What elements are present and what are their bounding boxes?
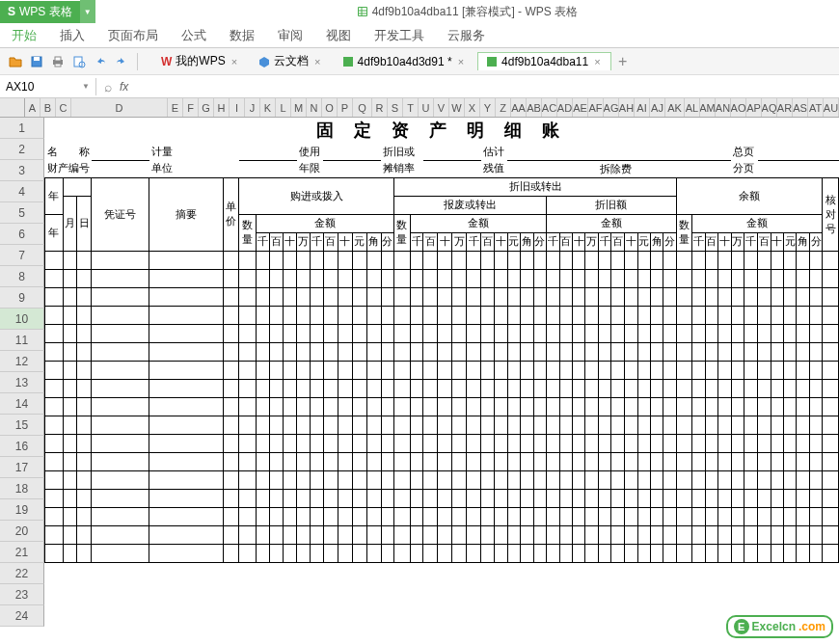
- data-cell[interactable]: [223, 470, 238, 489]
- data-cell[interactable]: [650, 306, 663, 324]
- data-cell[interactable]: [547, 507, 559, 525]
- data-cell[interactable]: [410, 489, 423, 507]
- row-header-10[interactable]: 10: [0, 309, 44, 330]
- data-cell[interactable]: [637, 251, 650, 269]
- data-cell[interactable]: [92, 269, 149, 287]
- data-cell[interactable]: [63, 416, 77, 434]
- row-header-22[interactable]: 22: [0, 563, 44, 584]
- data-cell[interactable]: [452, 287, 467, 306]
- data-cell[interactable]: [410, 470, 423, 489]
- data-cell[interactable]: [718, 416, 731, 434]
- data-cell[interactable]: [494, 507, 507, 525]
- data-cell[interactable]: [438, 507, 452, 525]
- data-cell[interactable]: [650, 251, 663, 269]
- data-cell[interactable]: [637, 342, 650, 361]
- data-cell[interactable]: [77, 324, 92, 342]
- data-cell[interactable]: [758, 269, 771, 287]
- data-cell[interactable]: [270, 434, 284, 452]
- data-cell[interactable]: [239, 324, 257, 342]
- data-cell[interactable]: [438, 251, 452, 269]
- data-cell[interactable]: [323, 452, 338, 470]
- data-cell[interactable]: [92, 324, 149, 342]
- data-cell[interactable]: [239, 507, 257, 525]
- data-cell[interactable]: [45, 507, 64, 525]
- data-cell[interactable]: [149, 507, 224, 525]
- data-cell[interactable]: [352, 544, 366, 562]
- data-cell[interactable]: [718, 306, 731, 324]
- data-cell[interactable]: [352, 507, 366, 525]
- data-cell[interactable]: [731, 397, 744, 416]
- data-cell[interactable]: [758, 361, 771, 379]
- col-header-N[interactable]: N: [307, 98, 322, 117]
- data-cell[interactable]: [823, 507, 839, 525]
- data-cell[interactable]: [559, 379, 572, 397]
- data-cell[interactable]: [705, 361, 717, 379]
- data-cell[interactable]: [149, 251, 224, 269]
- data-cell[interactable]: [663, 251, 676, 269]
- data-cell[interactable]: [521, 379, 533, 397]
- data-cell[interactable]: [663, 434, 676, 452]
- data-cell[interactable]: [223, 361, 238, 379]
- data-cell[interactable]: [744, 251, 758, 269]
- data-cell[interactable]: [637, 269, 650, 287]
- data-cell[interactable]: [624, 379, 637, 397]
- data-cell[interactable]: [718, 525, 731, 544]
- col-header-X[interactable]: X: [465, 98, 480, 117]
- data-cell[interactable]: [394, 452, 411, 470]
- data-cell[interactable]: [410, 269, 423, 287]
- data-cell[interactable]: [783, 361, 796, 379]
- menu-view[interactable]: 视图: [326, 27, 351, 44]
- data-cell[interactable]: [452, 324, 467, 342]
- data-cell[interactable]: [149, 434, 224, 452]
- data-cell[interactable]: [731, 251, 744, 269]
- row-header-24[interactable]: 24: [0, 605, 44, 627]
- data-cell[interactable]: [718, 342, 731, 361]
- data-cell[interactable]: [284, 361, 297, 379]
- data-cell[interactable]: [823, 452, 839, 470]
- data-cell[interactable]: [547, 361, 559, 379]
- data-cell[interactable]: [452, 416, 467, 434]
- data-cell[interactable]: [494, 397, 507, 416]
- data-cell[interactable]: [771, 251, 783, 269]
- data-cell[interactable]: [637, 507, 650, 525]
- data-cell[interactable]: [239, 269, 257, 287]
- data-cell[interactable]: [410, 397, 423, 416]
- data-cell[interactable]: [394, 361, 411, 379]
- data-cell[interactable]: [507, 434, 520, 452]
- data-cell[interactable]: [63, 324, 77, 342]
- col-header-AA[interactable]: AA: [511, 98, 527, 117]
- col-header-AK[interactable]: AK: [665, 98, 685, 117]
- data-cell[interactable]: [381, 361, 394, 379]
- data-cell[interactable]: [323, 470, 338, 489]
- data-cell[interactable]: [744, 397, 758, 416]
- data-cell[interactable]: [270, 470, 284, 489]
- data-cell[interactable]: [239, 342, 257, 361]
- row-header-5[interactable]: 5: [0, 202, 44, 224]
- data-cell[interactable]: [310, 287, 323, 306]
- data-cell[interactable]: [718, 397, 731, 416]
- data-cell[interactable]: [771, 489, 783, 507]
- data-cell[interactable]: [533, 434, 546, 452]
- data-cell[interactable]: [758, 324, 771, 342]
- data-cell[interactable]: [598, 544, 611, 562]
- data-cell[interactable]: [149, 489, 224, 507]
- data-cell[interactable]: [323, 434, 338, 452]
- data-cell[interactable]: [692, 269, 705, 287]
- data-cell[interactable]: [731, 544, 744, 562]
- data-cell[interactable]: [77, 287, 92, 306]
- data-cell[interactable]: [149, 287, 224, 306]
- row-header-7[interactable]: 7: [0, 245, 44, 266]
- data-cell[interactable]: [410, 379, 423, 397]
- data-cell[interactable]: [223, 269, 238, 287]
- data-cell[interactable]: [270, 379, 284, 397]
- menu-insert[interactable]: 插入: [60, 27, 85, 44]
- col-header-P[interactable]: P: [338, 98, 353, 117]
- data-cell[interactable]: [239, 544, 257, 562]
- data-cell[interactable]: [257, 306, 270, 324]
- data-cell[interactable]: [572, 287, 584, 306]
- col-header-AP[interactable]: AP: [746, 98, 762, 117]
- data-cell[interactable]: [547, 306, 559, 324]
- data-cell[interactable]: [467, 470, 481, 489]
- data-cell[interactable]: [45, 251, 64, 269]
- data-cell[interactable]: [63, 342, 77, 361]
